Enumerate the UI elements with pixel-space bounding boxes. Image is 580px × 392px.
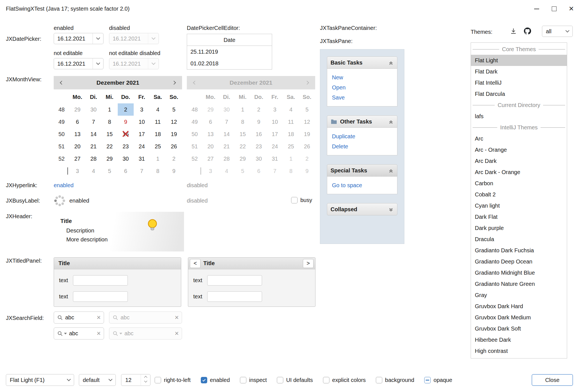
calendar-day[interactable]: 4 bbox=[86, 165, 102, 177]
checkbox-enabled[interactable]: enabled bbox=[201, 377, 230, 383]
calendar-day[interactable]: 14 bbox=[86, 128, 102, 140]
minimize-button[interactable] bbox=[528, 0, 545, 18]
theme-item[interactable]: Gruvbox Dark Hard bbox=[471, 301, 567, 312]
calendar-day[interactable]: 17 bbox=[134, 128, 150, 140]
theme-item[interactable]: Gray bbox=[471, 289, 567, 301]
text-input[interactable] bbox=[73, 275, 128, 286]
calendar-day[interactable]: 26 bbox=[166, 140, 182, 153]
laf-combo[interactable]: Flat Light (F1) bbox=[6, 374, 74, 386]
themes-filter-combo[interactable]: all bbox=[542, 26, 573, 37]
close-button[interactable]: Close bbox=[532, 374, 573, 386]
calendar-day[interactable]: 22 bbox=[102, 140, 118, 153]
calendar-day[interactable]: 30 bbox=[86, 103, 102, 116]
datepicker-dropdown-button[interactable] bbox=[93, 58, 103, 69]
download-themes-button[interactable] bbox=[508, 26, 518, 36]
calendar-day[interactable]: 19 bbox=[166, 128, 182, 140]
calendar-day[interactable]: 25 bbox=[150, 140, 166, 153]
calendar-day[interactable]: 13 bbox=[69, 128, 86, 140]
calendar-day[interactable]: 10 bbox=[134, 116, 150, 128]
task-link[interactable]: Delete bbox=[332, 141, 397, 151]
font-size-value[interactable]: 12 bbox=[121, 377, 141, 383]
calendar-day[interactable]: 20 bbox=[69, 140, 86, 153]
theme-item[interactable]: Flat Darcula bbox=[471, 88, 567, 99]
theme-item[interactable]: Dark Flat bbox=[471, 211, 567, 222]
checkbox-box[interactable] bbox=[323, 377, 329, 383]
calendar-day[interactable]: 11 bbox=[150, 116, 166, 128]
calendar-day[interactable]: 9 bbox=[118, 116, 134, 128]
theme-item[interactable]: Arc bbox=[471, 133, 567, 144]
next-month-button[interactable] bbox=[170, 81, 178, 84]
checkbox-opaque[interactable]: opaque bbox=[424, 377, 452, 383]
search-value[interactable]: abc bbox=[65, 314, 94, 321]
search-dropdown-icon[interactable] bbox=[64, 333, 67, 334]
calendar-day[interactable]: 3 bbox=[134, 103, 150, 116]
theme-item[interactable]: Arc - Orange bbox=[471, 144, 567, 155]
calendar-day[interactable]: 4 bbox=[150, 103, 166, 116]
theme-item[interactable]: Gradianto Deep Ocean bbox=[471, 256, 567, 267]
calendar-day[interactable]: 1 bbox=[150, 153, 166, 165]
theme-item[interactable]: Light Flat bbox=[471, 357, 567, 358]
calendar-day[interactable]: 3 bbox=[69, 165, 86, 177]
github-button[interactable] bbox=[522, 26, 532, 36]
checkbox-box[interactable] bbox=[201, 377, 207, 383]
checkbox-background[interactable]: background bbox=[376, 377, 414, 383]
checkbox-right-to-left[interactable]: right-to-left bbox=[155, 377, 191, 383]
datepicker-value[interactable]: 16.12.2021 bbox=[54, 61, 93, 67]
calendar-day[interactable]: 2 bbox=[166, 153, 182, 165]
calendar-day[interactable]: 31 bbox=[134, 153, 150, 165]
calendar-day[interactable]: 30 bbox=[118, 153, 134, 165]
calendar-day[interactable]: 24 bbox=[134, 140, 150, 153]
checkbox-box[interactable] bbox=[291, 197, 298, 203]
maximize-button[interactable] bbox=[545, 0, 563, 18]
calendar-day[interactable]: 29 bbox=[69, 103, 86, 116]
window-close-button[interactable]: ✕ bbox=[563, 0, 580, 18]
calendar-day[interactable]: 28 bbox=[86, 153, 102, 165]
expand-chevron-icon[interactable] bbox=[388, 206, 394, 212]
prev-month-button[interactable] bbox=[58, 81, 66, 84]
theme-item[interactable]: Arc Dark - Orange bbox=[471, 167, 567, 178]
task-pane-header[interactable]: Special Tasks bbox=[327, 164, 397, 177]
theme-item[interactable]: Gradianto Midnight Blue bbox=[471, 267, 567, 278]
clear-icon[interactable]: ✕ bbox=[96, 314, 101, 321]
calendar-day[interactable]: 8 bbox=[150, 165, 166, 177]
theme-item[interactable]: Gruvbox Dark Medium bbox=[471, 312, 567, 323]
theme-item[interactable]: Flat Light bbox=[471, 55, 567, 66]
calendar-day[interactable]: 1 bbox=[102, 103, 118, 116]
checkbox-box[interactable] bbox=[376, 377, 382, 383]
theme-item[interactable]: lafs bbox=[471, 111, 567, 122]
calendar-day[interactable]: 16✕ bbox=[118, 128, 134, 140]
collapse-chevron-icon[interactable] bbox=[388, 60, 394, 65]
spinner-down-icon[interactable] bbox=[144, 379, 147, 383]
checkbox-box[interactable] bbox=[277, 377, 283, 383]
table-row[interactable]: 25.11.2019 bbox=[187, 46, 272, 58]
theme-item[interactable]: Flat IntelliJ bbox=[471, 77, 567, 88]
task-link[interactable]: Go to space bbox=[332, 180, 397, 190]
task-link[interactable]: New bbox=[332, 72, 397, 82]
combo-arrow-button[interactable] bbox=[64, 379, 74, 381]
theme-item[interactable]: Cobalt 2 bbox=[471, 189, 567, 200]
calendar-day[interactable]: 18 bbox=[150, 128, 166, 140]
calendar-day[interactable]: 27 bbox=[69, 153, 86, 165]
datepicker-enabled[interactable]: 16.12.2021 bbox=[54, 33, 103, 44]
calendar-day[interactable]: 2 bbox=[118, 103, 134, 116]
theme-item[interactable]: Carbon bbox=[471, 178, 567, 189]
search-value[interactable]: abc bbox=[69, 330, 94, 337]
theme-item[interactable]: Arc Dark bbox=[471, 155, 567, 167]
theme-item[interactable]: Hiberbee Dark bbox=[471, 334, 567, 345]
text-input[interactable] bbox=[73, 291, 128, 302]
font-size-spinner[interactable]: 12 bbox=[121, 374, 150, 386]
calendar-day[interactable]: 6 bbox=[69, 116, 86, 128]
task-pane-header[interactable]: Other Tasks bbox=[327, 115, 397, 128]
theme-item[interactable]: Gruvbox Dark Soft bbox=[471, 323, 567, 334]
table-row[interactable]: 01.02.2018 bbox=[187, 58, 272, 69]
spinner-up-icon[interactable] bbox=[144, 376, 147, 379]
theme-item[interactable]: High contrast bbox=[471, 345, 567, 357]
task-pane-header[interactable]: Collapsed bbox=[327, 203, 397, 215]
calendar-day[interactable]: 9 bbox=[166, 165, 182, 177]
collapse-chevron-icon[interactable] bbox=[388, 168, 394, 173]
checkbox-box[interactable] bbox=[424, 377, 431, 383]
task-pane-header[interactable]: Basic Tasks bbox=[327, 56, 397, 69]
checkbox-busy[interactable]: busy bbox=[291, 197, 312, 203]
calendar-day[interactable]: 12 bbox=[166, 116, 182, 128]
task-link[interactable]: Duplicate bbox=[332, 131, 397, 141]
